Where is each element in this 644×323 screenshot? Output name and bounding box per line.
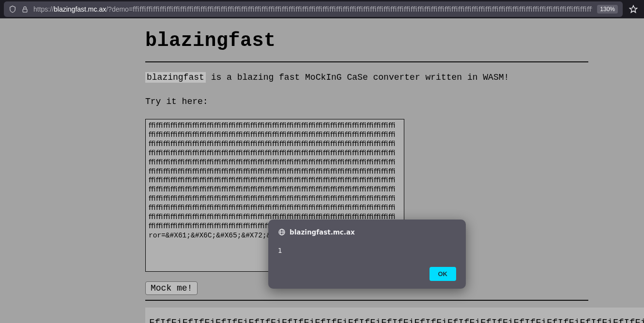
alert-header: blazingfast.mc.ax <box>278 228 456 236</box>
svg-rect-0 <box>23 9 27 12</box>
page-description: blazingfast is a blazing fast MoCkInG Ca… <box>145 72 588 83</box>
globe-icon <box>278 228 286 236</box>
svg-marker-1 <box>630 6 637 13</box>
shield-icon[interactable] <box>9 5 16 13</box>
desc-highlight: blazingfast <box>145 72 206 83</box>
url-box[interactable]: https://blazingfast.mc.ax/?demo=ﬃﬃﬃﬃﬃﬃﬃﬃ… <box>4 1 623 17</box>
url-text[interactable]: https://blazingfast.mc.ax/?demo=ﬃﬃﬃﬃﬃﬃﬃﬃ… <box>33 5 592 13</box>
lock-icon[interactable] <box>21 6 29 13</box>
bookmark-star-icon[interactable] <box>627 2 640 16</box>
alert-ok-button[interactable]: OK <box>429 267 457 281</box>
divider <box>145 300 588 301</box>
url-host: blazingfast.mc.ax <box>54 5 106 13</box>
url-path: /?demo=ﬃﬃﬃﬃﬃﬃﬃﬃﬃﬃﬃﬃﬃﬃﬃﬃﬃﬃﬃﬃﬃﬃﬃﬃﬃﬃﬃﬃﬃﬃﬃﬃﬃ… <box>106 5 592 13</box>
mock-me-button[interactable]: Mock me! <box>145 281 198 295</box>
alert-message: 1 <box>278 247 456 254</box>
tryit-label: Try it here: <box>145 97 588 106</box>
result-output: FfIfFiFfIfFiFfIfFiFfIfFiFfIfFiFfIfFiFfIf… <box>145 308 644 323</box>
alert-origin: blazingfast.mc.ax <box>290 228 355 236</box>
zoom-level-badge[interactable]: 130% <box>597 5 618 14</box>
page-title: blazingfast <box>145 30 588 62</box>
url-scheme: https:// <box>33 5 54 13</box>
browser-address-bar: https://blazingfast.mc.ax/?demo=ﬃﬃﬃﬃﬃﬃﬃﬃ… <box>0 0 644 18</box>
js-alert-dialog: blazingfast.mc.ax 1 OK <box>268 220 466 289</box>
desc-rest: is a blazing fast MoCkInG CaSe converter… <box>206 73 509 82</box>
